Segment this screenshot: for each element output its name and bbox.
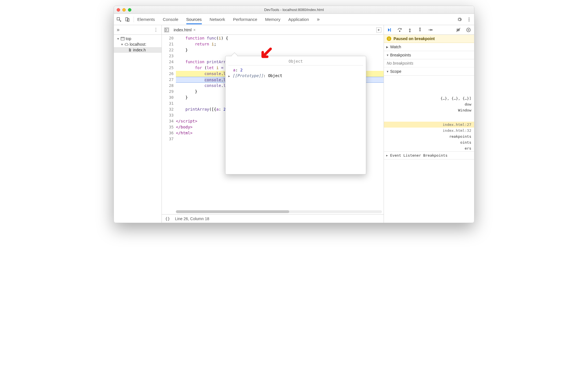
- disclosure-triangle-icon: ▼: [121, 43, 123, 46]
- hover-prototype-value: Object: [268, 73, 282, 78]
- sources-navigator: » ⋮ ▼ top ▼ localhost:: [114, 25, 162, 223]
- file-tree: ▼ top ▼ localhost: index.h: [114, 35, 162, 53]
- svg-rect-17: [469, 29, 469, 31]
- paused-banner-text: Paused on breakpoint: [394, 36, 435, 41]
- partial-section[interactable]: oints: [384, 139, 474, 145]
- svg-rect-6: [121, 37, 124, 40]
- breakpoints-label: Breakpoints: [390, 53, 411, 57]
- hover-title: Object: [228, 58, 363, 65]
- kebab-menu-icon[interactable]: [466, 17, 472, 22]
- hover-property-value: 2: [240, 68, 242, 72]
- scope-label: Scope: [390, 69, 401, 74]
- tree-top-label: top: [126, 36, 131, 41]
- editor-statusbar: {} Line 26, Column 18: [162, 214, 384, 223]
- cloud-icon: [125, 42, 129, 46]
- debugger-panel: i Paused on breakpoint ▶ Watch ▼ Breakpo…: [384, 25, 474, 223]
- partial-text: Window: [458, 108, 471, 112]
- settings-gear-icon[interactable]: [457, 17, 462, 22]
- inspect-element-icon[interactable]: [116, 17, 122, 22]
- tabs-overflow-icon[interactable]: »: [317, 16, 320, 22]
- partial-section[interactable]: ers: [384, 145, 474, 151]
- hover-property-key: a: [233, 68, 235, 72]
- tree-host[interactable]: ▼ localhost:: [114, 41, 162, 47]
- scope-section[interactable]: ▼ Scope: [384, 67, 474, 76]
- horizontal-scrollbar[interactable]: [176, 210, 382, 213]
- step-out-icon[interactable]: [417, 27, 423, 33]
- pretty-print-icon[interactable]: {}: [165, 216, 170, 221]
- callstack-location: index.html:32: [443, 128, 471, 133]
- event-listener-breakpoints-label: Event Listener Breakpoints: [390, 153, 448, 157]
- hover-prototype-row[interactable]: ▶ [[Prototype]]: Object: [228, 73, 363, 78]
- cursor-position: Line 26, Column 18: [175, 216, 209, 221]
- watch-section[interactable]: ▶ Watch: [384, 43, 474, 51]
- paused-banner: i Paused on breakpoint: [384, 35, 474, 43]
- callstack-row[interactable]: index.html:32: [384, 128, 474, 134]
- file-tab-label: index.html: [174, 28, 192, 32]
- frame-icon: [121, 37, 125, 41]
- devtools-tabbar: Elements Console Sources Network Perform…: [114, 14, 474, 25]
- callstack-row[interactable]: index.html:27: [384, 122, 474, 128]
- device-toolbar-icon[interactable]: [125, 17, 130, 22]
- tree-host-label: localhost:: [130, 42, 146, 47]
- debugger-toolbar: [384, 25, 474, 35]
- disclosure-triangle-icon: ▼: [386, 54, 389, 57]
- disclosure-triangle-icon: ▶: [386, 45, 389, 49]
- disclosure-triangle-icon: ▶: [228, 75, 230, 78]
- hover-prototype-label: [[Prototype]]: [232, 73, 263, 78]
- tab-memory[interactable]: Memory: [265, 14, 280, 24]
- tab-console[interactable]: Console: [163, 14, 178, 24]
- info-icon: i: [387, 36, 391, 41]
- step-icon[interactable]: [427, 27, 433, 33]
- tree-top-frame[interactable]: ▼ top: [114, 36, 162, 41]
- callstack-location: index.html:27: [443, 122, 471, 127]
- run-snippet-icon[interactable]: [376, 27, 381, 32]
- pause-on-exceptions-icon[interactable]: [466, 27, 471, 33]
- tree-file-label: index.h: [133, 48, 146, 52]
- partial-text: dow: [465, 102, 471, 106]
- tab-network[interactable]: Network: [210, 14, 225, 24]
- resume-icon[interactable]: [387, 27, 392, 33]
- value-hover-popup: Object a: 2 ▶ [[Prototype]]: Object: [225, 56, 366, 174]
- svg-point-3: [469, 17, 470, 18]
- breakpoints-empty-text: No breakpoints: [384, 59, 474, 67]
- svg-rect-8: [165, 28, 168, 31]
- toggle-navigator-icon[interactable]: [164, 27, 169, 32]
- scrollbar-thumb[interactable]: [176, 210, 289, 213]
- disclosure-triangle-icon: ▶: [386, 154, 389, 157]
- tab-sources[interactable]: Sources: [186, 14, 202, 24]
- svg-rect-16: [468, 29, 468, 31]
- window-titlebar: DevTools - localhost:8080/index.html: [114, 6, 474, 14]
- svg-point-5: [469, 20, 470, 21]
- tree-file-index[interactable]: index.h: [114, 47, 162, 53]
- navigator-overflow-icon[interactable]: »: [117, 27, 120, 33]
- deactivate-breakpoints-icon[interactable]: [456, 27, 461, 33]
- line-gutter: 202122232425262728293031323334353637: [162, 35, 176, 214]
- svg-point-15: [467, 28, 470, 32]
- hover-property-row[interactable]: a: 2: [228, 67, 363, 73]
- tab-performance[interactable]: Performance: [233, 14, 257, 24]
- disclosure-triangle-icon: ▼: [386, 70, 389, 73]
- step-over-icon[interactable]: [397, 27, 403, 33]
- file-tab-index[interactable]: index.html ×: [172, 27, 197, 33]
- disclosure-triangle-icon: ▼: [117, 37, 120, 40]
- file-icon: [128, 48, 132, 52]
- navigator-more-icon[interactable]: ⋮: [153, 27, 159, 33]
- close-tab-icon[interactable]: ×: [193, 28, 196, 32]
- window-title: DevTools - localhost:8080/index.html: [114, 8, 474, 12]
- tab-application[interactable]: Application: [288, 14, 309, 24]
- file-tabbar: index.html ×: [162, 25, 384, 35]
- tab-elements[interactable]: Elements: [137, 14, 155, 24]
- event-listener-breakpoints-section[interactable]: ▶ Event Listener Breakpoints: [384, 151, 474, 159]
- main-tabs: Elements Console Sources Network Perform…: [137, 14, 457, 24]
- breakpoints-section[interactable]: ▼ Breakpoints: [384, 51, 474, 59]
- right-partial-content: {…}, {…}, {…}] dow Window index.html:27 …: [384, 76, 474, 159]
- svg-point-13: [432, 29, 432, 30]
- partial-section[interactable]: reakpoints: [384, 134, 474, 139]
- svg-point-11: [410, 31, 410, 32]
- svg-point-12: [420, 28, 421, 29]
- watch-label: Watch: [390, 45, 401, 49]
- svg-point-4: [469, 19, 470, 20]
- partial-text: {…}, {…}, {…}]: [440, 96, 471, 100]
- svg-point-10: [399, 31, 400, 32]
- step-into-icon[interactable]: [407, 27, 413, 33]
